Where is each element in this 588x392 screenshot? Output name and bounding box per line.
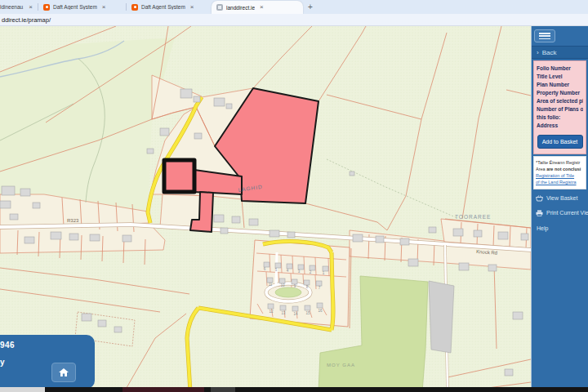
- disclaimer-line1: *Tailte Éireann Registr: [536, 159, 584, 166]
- svg-text:14: 14: [293, 312, 298, 316]
- field-title-level: Title Level: [537, 73, 583, 81]
- screenshot-root: ldineenau… × Daft Agent System × Daft Ag…: [0, 0, 588, 392]
- field-folio-number: Folio Number: [537, 65, 583, 73]
- menu-toggle-button[interactable]: [534, 29, 555, 42]
- home-icon: [58, 368, 69, 377]
- svg-text:16: 16: [318, 309, 323, 313]
- tab-label: landdirect.ie: [226, 5, 255, 11]
- basket-icon: [536, 195, 543, 202]
- highlighted-parcel-bold-outline[interactable]: [164, 160, 194, 192]
- land-registry-link[interactable]: of the Land Registra: [536, 179, 584, 185]
- townland-label-tooraree: TOORAREE: [455, 214, 491, 220]
- tab-label: Daft Agent System: [53, 4, 97, 10]
- field-plan-number: Plan Number: [537, 81, 583, 89]
- print-label: Print Current Vie: [546, 210, 588, 216]
- svg-text:12: 12: [269, 310, 274, 314]
- folio-details-panel: Folio Number Title Level Plan Number Pro…: [533, 60, 586, 154]
- bottom-bar-gray-segment: [211, 387, 235, 392]
- road-label-r323: R323: [67, 218, 79, 223]
- tab-close-icon[interactable]: ×: [190, 4, 194, 11]
- field-address: Address: [537, 122, 583, 130]
- registration-of-title-link[interactable]: Registration of Title: [536, 172, 584, 179]
- tab-2[interactable]: Daft Agent System ×: [38, 0, 126, 14]
- tab-close-icon[interactable]: ×: [260, 4, 264, 11]
- bottom-bar-maroon-segment: [122, 387, 204, 392]
- bottom-bar: [0, 387, 588, 392]
- chevron-right-icon: ›: [537, 49, 539, 56]
- tab-close-icon[interactable]: ×: [29, 4, 33, 11]
- bottom-bar-gray-left: [0, 387, 45, 392]
- view-basket-button[interactable]: View Basket: [532, 191, 588, 206]
- url-text: ddirect.ie/pramap/: [0, 16, 51, 24]
- browser-tab-strip: ldineenau… × Daft Agent System × Daft Ag…: [0, 0, 588, 14]
- tab-close-icon[interactable]: ×: [102, 4, 106, 11]
- field-this-folio: this folio:: [537, 114, 583, 122]
- printer-icon: [536, 210, 543, 216]
- address-bar[interactable]: ddirect.ie/pramap/: [0, 14, 588, 26]
- view-basket-label: View Basket: [546, 195, 577, 201]
- tab-1[interactable]: ldineenau… ×: [0, 0, 38, 14]
- tab-label: Daft Agent System: [141, 4, 185, 10]
- landdirect-favicon-icon: [216, 4, 223, 11]
- registry-disclaimer: *Tailte Éireann Registr Area are not con…: [533, 156, 586, 189]
- popup-line2: y: [0, 358, 5, 367]
- field-property-number: Property Number: [537, 89, 583, 97]
- hamburger-icon: [539, 33, 550, 34]
- svg-text:13: 13: [281, 311, 286, 315]
- popup-line1: 946: [0, 341, 15, 350]
- daft-favicon-icon: [43, 4, 50, 11]
- back-button[interactable]: › Back: [532, 46, 588, 59]
- folio-info-popup[interactable]: 946 y: [0, 335, 95, 389]
- tab-label: ldineenau…: [0, 4, 24, 10]
- help-link[interactable]: Help: [532, 220, 588, 231]
- area-label-moygaa: MOY GAA: [327, 363, 355, 368]
- back-label: Back: [542, 49, 557, 56]
- home-button[interactable]: [51, 363, 76, 382]
- disclaimer-line2: Area are not conclusi: [536, 166, 584, 172]
- field-area-selected: Area of selected plans: [537, 97, 583, 105]
- map-canvas[interactable]: R323 LAGHID TOORAREE Knock Rd MOY GAA 65…: [0, 26, 531, 392]
- daft-favicon-icon: [131, 4, 138, 11]
- field-number-of-plans: Number of Plans on: [537, 105, 583, 114]
- svg-text:10: 10: [280, 283, 285, 287]
- tab-3[interactable]: Daft Agent System ×: [127, 0, 212, 14]
- new-tab-button[interactable]: +: [303, 0, 318, 14]
- svg-text:15: 15: [305, 311, 310, 315]
- add-to-basket-button[interactable]: Add to Basket: [537, 135, 583, 149]
- print-current-view-button[interactable]: Print Current Vie: [532, 206, 588, 220]
- svg-text:11: 11: [269, 283, 273, 287]
- sidebar: › Back Folio Number Title Level Plan Num…: [531, 26, 588, 392]
- tab-landdirect-active[interactable]: landdirect.ie ×: [212, 1, 303, 14]
